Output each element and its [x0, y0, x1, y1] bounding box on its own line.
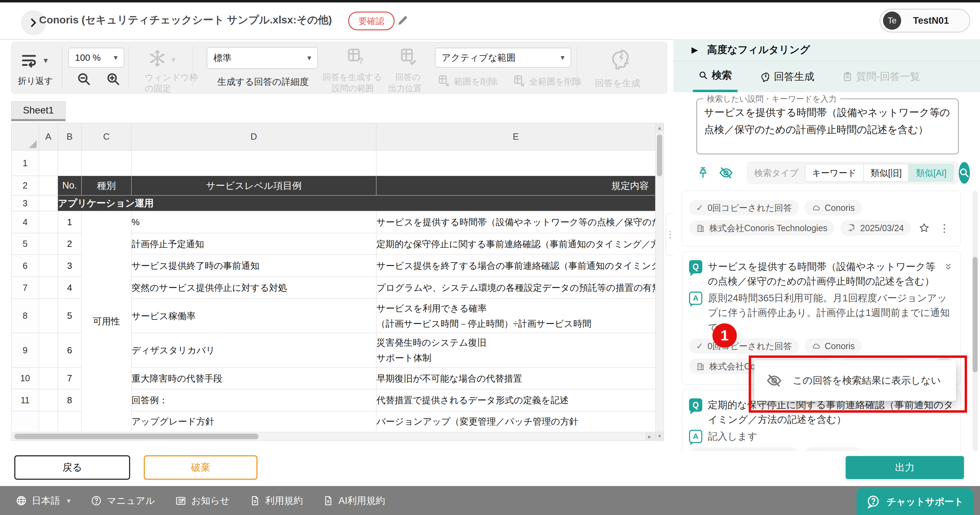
row-header-4[interactable]: 4	[11, 211, 39, 233]
cell-no-3[interactable]: 3	[58, 255, 82, 277]
search-type-similar-old[interactable]: 類似[旧]	[864, 164, 909, 182]
cell-no-[interactable]	[58, 411, 82, 432]
cell-A[interactable]	[39, 411, 58, 432]
wrap-label[interactable]: 折り返す	[18, 75, 53, 86]
cell-item-8[interactable]: サービス稼働率	[132, 299, 376, 333]
row-header-9[interactable]: 9	[11, 333, 39, 368]
cell-no-7[interactable]: 7	[58, 368, 82, 389]
cell-item-4[interactable]: %	[132, 211, 376, 233]
row-header-8[interactable]: 8	[11, 299, 39, 333]
chat-support-button[interactable]: チャットサポート	[856, 488, 974, 515]
wrap-text-icon[interactable]	[20, 51, 38, 70]
cell-E1[interactable]	[376, 150, 655, 176]
cell-item-9[interactable]: ディザスタリカバリ	[132, 333, 376, 368]
table-subheader-application[interactable]: アプリケーション運用	[58, 196, 655, 211]
row-header-11[interactable]: 11	[11, 389, 39, 411]
results-scroll-thumb[interactable]	[973, 257, 978, 372]
row-header-2[interactable]: 2	[11, 176, 39, 196]
cell-A6[interactable]	[39, 255, 58, 277]
cell-content-6[interactable]: サービス提供を終了する場合の事前連絡確認（事前通知のタイミング	[376, 255, 655, 277]
cell-A4[interactable]	[39, 211, 58, 233]
cell-item-5[interactable]: 計画停止予定通知	[132, 233, 376, 255]
card-menu-kebab-icon[interactable]: ⋮	[935, 219, 953, 237]
cell-A9[interactable]	[39, 333, 58, 368]
search-type-similar-ai[interactable]: 類似[AI]	[909, 164, 954, 182]
cell-A10[interactable]	[39, 368, 58, 389]
cell-category[interactable]: 可用性	[82, 211, 132, 432]
row-header-1[interactable]: 1	[11, 150, 39, 176]
cell-content-7[interactable]: プログラムや、システム環境の各種設定データの預託等の措置の有無	[376, 277, 655, 299]
col-header-D[interactable]: D	[132, 123, 376, 150]
cell-content-11[interactable]: 代替措置で提供されるデータ形式の定義を記述	[376, 389, 655, 411]
cell-content-8[interactable]: サービスを利用できる確率（計画サービス時間－停止時間）÷計画サービス時間	[376, 299, 655, 333]
terms-link[interactable]: 利用規約	[250, 494, 303, 507]
col-header-A[interactable]: A	[39, 123, 58, 150]
cell-content-[interactable]: バージョンアップ（変更管理／パッチ管理の方針	[376, 411, 655, 432]
tab-answer-generate[interactable]: 回答生成	[756, 61, 818, 92]
eye-off-icon[interactable]	[719, 166, 733, 180]
spreadsheet-grid[interactable]: A B C D E 12No.種別サービスレベル項目例規定内容3アプリケーション…	[11, 123, 655, 431]
expand-chevrons-icon[interactable]	[943, 261, 953, 272]
active-range-select[interactable]: アクティブな範囲▾	[435, 48, 571, 67]
row-header-10[interactable]: 10	[11, 368, 39, 389]
vscroll-thumb[interactable]	[657, 134, 662, 176]
row-header-5[interactable]: 5	[11, 233, 39, 255]
cell-A11[interactable]	[39, 389, 58, 411]
cell-D1[interactable]	[132, 150, 376, 176]
horizontal-scrollbar[interactable]: ▸	[11, 432, 655, 441]
row-header-3[interactable]: 3	[11, 196, 39, 211]
ai-terms-link[interactable]: AI利用規約	[323, 494, 385, 507]
table-header-item[interactable]: サービスレベル項目例	[132, 176, 376, 196]
cell-A7[interactable]	[39, 277, 58, 299]
cell-no-1[interactable]: 1	[58, 211, 82, 233]
hscroll-thumb[interactable]	[14, 434, 259, 439]
cell-no-4[interactable]: 4	[58, 277, 82, 299]
cell-A2[interactable]	[39, 176, 58, 196]
pin-icon[interactable]	[696, 166, 710, 179]
favorite-star-icon[interactable]	[919, 222, 930, 234]
cell-content-4[interactable]: サービスを提供する時間帯（設備やネットワーク等の点検／保守のた	[376, 211, 655, 233]
cell-no-8[interactable]: 8	[58, 389, 82, 411]
search-submit-button[interactable]	[959, 162, 970, 183]
cell-no-5[interactable]: 5	[58, 299, 82, 333]
cell-content-5[interactable]: 定期的な保守停止に関する事前連絡確認（事前通知のタイミング／方	[376, 233, 655, 255]
hscroll-right-arrow-icon[interactable]: ▸	[645, 433, 654, 440]
cell-item-6[interactable]: サービス提供終了時の事前通知	[132, 255, 376, 277]
cell-content-9[interactable]: 災害発生時のシステム復旧サポート体制	[376, 333, 655, 368]
tab-search[interactable]: 検索	[693, 61, 738, 92]
search-input[interactable]: 検索したい設問・キーワードを入力 サービスを提供する時間帯（設備やネットワーク等…	[696, 99, 959, 154]
zoom-out-icon[interactable]	[76, 72, 92, 87]
cell-content-10[interactable]: 早期復旧が不可能な場合の代替措置	[376, 368, 655, 389]
table-header-no[interactable]: No.	[58, 176, 82, 196]
table-header-type[interactable]: 種別	[82, 176, 132, 196]
cell-A8[interactable]	[39, 299, 58, 333]
tab-question-answer-list[interactable]: 質問-回答一覧	[839, 61, 924, 92]
news-link[interactable]: お知らせ	[175, 494, 229, 507]
manual-link[interactable]: マニュアル	[91, 494, 155, 507]
row-header-7[interactable]: 7	[11, 277, 39, 299]
table-header-content[interactable]: 規定内容	[376, 176, 655, 196]
advanced-filtering-header[interactable]: ▶ 高度なフィルタリング	[673, 39, 980, 61]
edit-pencil-icon[interactable]	[396, 14, 409, 27]
answer-detail-select[interactable]: 標準▾	[207, 47, 318, 69]
results-scrollbar[interactable]	[972, 191, 978, 451]
cell-item-11[interactable]: 回答例：	[132, 389, 376, 411]
vscroll-up-arrow-icon[interactable]: ▴	[655, 123, 663, 132]
search-type-keyword[interactable]: キーワード	[805, 164, 864, 182]
cell-C1[interactable]	[82, 150, 132, 176]
cell-item-7[interactable]: 突然のサービス提供停止に対する対処	[132, 277, 376, 299]
col-header-C[interactable]: C	[82, 123, 132, 150]
cell-B1[interactable]	[58, 150, 82, 176]
vscroll-down-arrow-icon[interactable]: ▾	[655, 432, 663, 441]
discard-button[interactable]: 破棄	[144, 455, 258, 480]
cell-item-10[interactable]: 重大障害時の代替手段	[132, 368, 376, 389]
cell-no-2[interactable]: 2	[58, 233, 82, 255]
select-all-corner[interactable]	[11, 123, 39, 150]
cell-A5[interactable]	[39, 233, 58, 255]
cell-item-[interactable]: アップグレード方針	[132, 411, 376, 432]
row-header-6[interactable]: 6	[11, 255, 39, 277]
wrap-caret-icon[interactable]: ▾	[44, 56, 48, 65]
zoom-percentage-select[interactable]: 100 %▾	[68, 48, 124, 67]
sheet-tab[interactable]: Sheet1	[11, 101, 65, 121]
row-header-partial[interactable]	[11, 411, 39, 432]
